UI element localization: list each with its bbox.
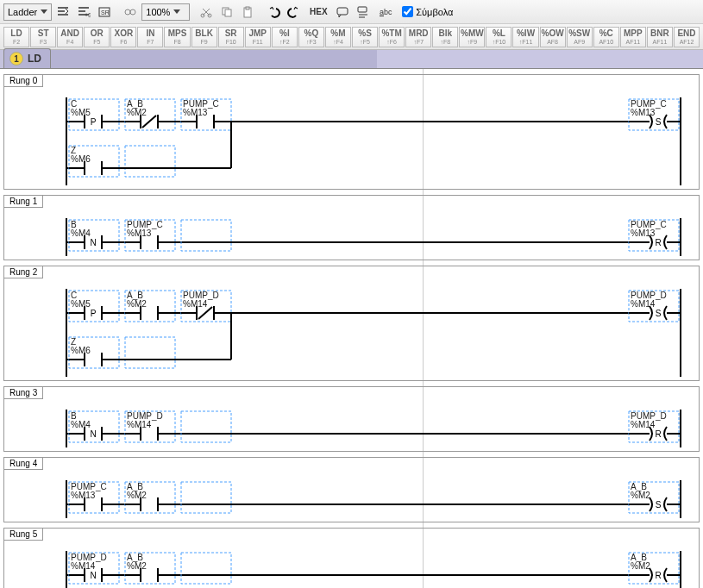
svg-text:R: R xyxy=(655,571,661,580)
svg-text:%M14: %M14 xyxy=(71,561,96,571)
svg-text:N: N xyxy=(90,429,96,439)
op-blk-button[interactable]: Blk↑F8 xyxy=(432,27,458,47)
op-iw-button[interactable]: %IW↑F11 xyxy=(512,27,538,47)
sr-button[interactable]: SR xyxy=(95,3,114,22)
tab-bar: 1 LD xyxy=(0,50,703,69)
svg-line-32 xyxy=(142,116,156,128)
op-jmp-button[interactable]: JMPF11 xyxy=(245,27,271,47)
op-bnr-button[interactable]: BNRAF11 xyxy=(647,27,673,47)
rung[interactable]: Rung 5PUMP_D%M14NA_B%M2A_B%M2R xyxy=(3,528,700,588)
op-end-button[interactable]: ENDAF12 xyxy=(674,27,700,47)
svg-text:%M2: %M2 xyxy=(127,108,147,117)
svg-text:%M13: %M13 xyxy=(183,108,208,117)
op-m-button[interactable]: %M↑F4 xyxy=(325,27,351,47)
op-sr-button[interactable]: SRF10 xyxy=(218,27,244,47)
svg-rect-56 xyxy=(125,146,175,177)
chevron-down-icon xyxy=(173,9,180,14)
comment-align-button[interactable] xyxy=(354,3,373,22)
svg-text:N: N xyxy=(90,571,96,580)
svg-text:R: R xyxy=(655,238,661,247)
tab-ld[interactable]: 1 LD xyxy=(3,48,51,68)
svg-text:SR: SR xyxy=(101,9,110,16)
op-mps-button[interactable]: MPSF8 xyxy=(164,27,190,47)
svg-text:%M5: %M5 xyxy=(71,108,91,117)
align-left-s-button[interactable]: +S xyxy=(74,3,93,22)
svg-text:%M4: %M4 xyxy=(71,420,91,429)
svg-text:P: P xyxy=(91,309,97,318)
svg-rect-162 xyxy=(181,411,231,442)
rung-label: Rung 5 xyxy=(3,528,43,541)
svg-text:%M6: %M6 xyxy=(71,154,91,164)
svg-text:%M13: %M13 xyxy=(71,491,96,500)
svg-rect-215 xyxy=(181,553,231,584)
svg-rect-131 xyxy=(125,337,175,368)
op-mw-button[interactable]: %MW↑F9 xyxy=(459,27,485,47)
redo-button[interactable] xyxy=(285,3,304,22)
svg-text:N: N xyxy=(90,238,96,247)
op-st-button[interactable]: STF3 xyxy=(30,27,56,47)
op-s-button[interactable]: %S↑F5 xyxy=(352,27,378,47)
svg-text:%M14: %M14 xyxy=(127,420,152,429)
svg-point-4 xyxy=(130,9,135,15)
op-q-button[interactable]: %Q↑F3 xyxy=(298,27,324,47)
svg-text:%M13: %M13 xyxy=(631,108,656,117)
abc-button[interactable]: abc xyxy=(374,3,397,22)
mode-dropdown[interactable]: Ladder xyxy=(3,3,52,21)
cut-button[interactable] xyxy=(197,3,216,22)
hex-button[interactable]: HEX xyxy=(305,3,331,22)
svg-rect-10 xyxy=(246,7,249,9)
op-xor-button[interactable]: XORF6 xyxy=(110,27,136,47)
svg-text:S: S xyxy=(656,117,662,127)
undo-button[interactable] xyxy=(264,3,283,22)
align-left-button[interactable] xyxy=(53,3,72,22)
svg-line-115 xyxy=(198,307,212,319)
op-mpp-button[interactable]: MPPAF11 xyxy=(620,27,646,47)
svg-rect-188 xyxy=(181,482,231,513)
svg-text:%M5: %M5 xyxy=(71,299,91,309)
svg-rect-11 xyxy=(337,8,348,15)
rung[interactable]: Rung 2C%M5PA_B%M2PUMP_D%M14PUMP_D%M14SZ%… xyxy=(3,266,700,381)
op-or-button[interactable]: ORF5 xyxy=(84,27,110,47)
rung-label: Rung 0 xyxy=(3,74,43,87)
svg-text:%M13: %M13 xyxy=(127,228,152,238)
copy-button[interactable] xyxy=(217,3,236,22)
symbols-checkbox-label[interactable]: Σύμβολα xyxy=(402,6,453,17)
ladder-workspace[interactable]: Rung 0C%M5PA_B%M2PUMP_C%M13PUMP_C%M13SZ%… xyxy=(0,69,703,588)
svg-text:+S: +S xyxy=(85,12,91,18)
rung-label: Rung 4 xyxy=(3,457,43,470)
op-c-button[interactable]: %CAF10 xyxy=(593,27,619,47)
op-tm-button[interactable]: %TM↑F6 xyxy=(379,27,405,47)
link-button[interactable] xyxy=(121,3,140,22)
svg-text:R: R xyxy=(655,429,661,439)
op-and-button[interactable]: ANDF4 xyxy=(57,27,83,47)
rung[interactable]: Rung 1B%M4NPUMP_C%M13PUMP_C%M13R xyxy=(3,195,700,260)
chevron-down-icon xyxy=(41,9,47,14)
comment-button[interactable] xyxy=(333,3,352,22)
op-ld-button[interactable]: LDF2 xyxy=(3,27,29,47)
rung[interactable]: Rung 0C%M5PA_B%M2PUMP_C%M13PUMP_C%M13SZ%… xyxy=(3,74,700,190)
svg-text:%M2: %M2 xyxy=(631,561,650,571)
paste-button[interactable] xyxy=(238,3,257,22)
rung[interactable]: Rung 3B%M4NPUMP_D%M14PUMP_D%M14R xyxy=(3,386,700,452)
main-toolbar: Ladder +S SR 100% HEX abc xyxy=(0,0,703,24)
rung[interactable]: Rung 4PUMP_C%M13A_B%M2A_B%M2S xyxy=(3,457,700,522)
zoom-dropdown[interactable]: 100% xyxy=(141,3,190,21)
op-l-button[interactable]: %L↑F10 xyxy=(486,27,512,47)
op-sw-button[interactable]: %SWAF9 xyxy=(567,27,593,47)
op-blk-button[interactable]: BLKF9 xyxy=(191,27,217,47)
svg-text:%M14: %M14 xyxy=(631,420,656,429)
tab-label: LD xyxy=(28,53,41,65)
opcode-toolbar: LDF2STF3ANDF4ORF5XORF6INF7MPSF8BLKF9SRF1… xyxy=(0,24,703,50)
op-ow-button[interactable]: %OWAF8 xyxy=(540,27,566,47)
op-i-button[interactable]: %I↑F2 xyxy=(272,27,298,47)
svg-text:%M2: %M2 xyxy=(127,299,147,309)
svg-text:%M2: %M2 xyxy=(127,491,147,500)
op-in-button[interactable]: INF7 xyxy=(137,27,163,47)
op-mrd-button[interactable]: MRD↑F7 xyxy=(405,27,431,47)
tab-badge: 1 xyxy=(9,52,23,66)
svg-rect-12 xyxy=(358,7,367,12)
svg-text:%M2: %M2 xyxy=(127,561,147,571)
svg-point-3 xyxy=(125,9,130,15)
symbols-checkbox[interactable] xyxy=(402,6,413,17)
svg-text:P: P xyxy=(91,117,97,127)
